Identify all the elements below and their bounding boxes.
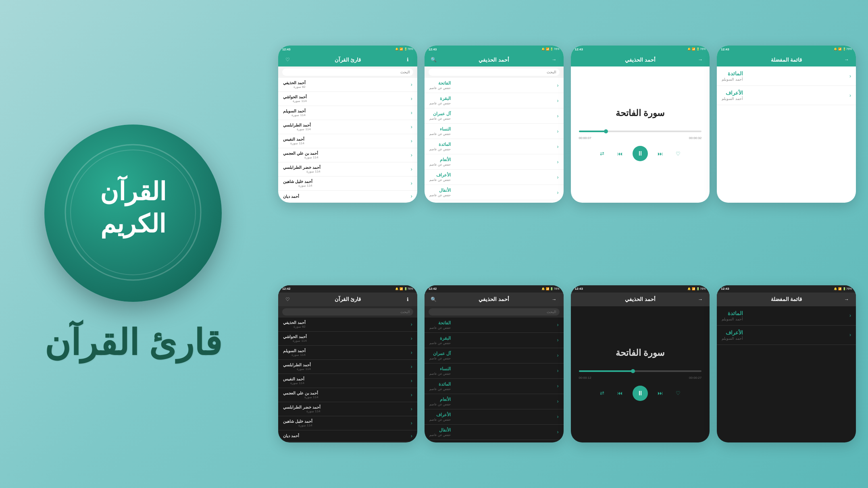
app-logo: القرآن الكريم [44,125,222,302]
list-item[interactable]: ‹ أحمد ديان [278,430,417,442]
next-button[interactable]: ⏭ [655,148,666,159]
forward-icon[interactable]: → [697,296,704,303]
surah-item[interactable]: ‹ النساء حفص عن عاصم [425,363,564,379]
search-input-5[interactable] [282,308,413,316]
player-controls-dark: ⇄ ⏮ ⏸ ⏭ ♡ [579,386,702,401]
heart-icon[interactable]: ♡ [284,296,291,303]
fav-item[interactable]: ‹ الأعراف أحمد السويلم [717,326,856,345]
search-input-2[interactable] [429,69,560,76]
surah-item[interactable]: ‹ آل عمران حفص عن عاصم [425,348,564,363]
forward-icon[interactable]: → [551,296,558,303]
heart-button[interactable]: ♡ [673,148,683,159]
list-item[interactable]: ‹ أحمد السويلم 114 سورة [278,106,417,120]
shuffle-button[interactable]: ⇄ [597,148,608,159]
list-item[interactable]: ‹ أحمد النفيس 114 سورة [278,374,417,388]
heart-button[interactable]: ♡ [673,388,683,399]
prev-button[interactable]: ⏮ [615,388,625,399]
status-bar-6: 12:42 🔔 📶 🔋76% [425,285,564,293]
shuffle-button[interactable]: ⇄ [597,388,608,399]
chevron-icon: ‹ [557,174,559,180]
forward-icon[interactable]: → [843,296,850,303]
fav-item[interactable]: ‹ المائدة أحمد السويلم [717,306,856,326]
chevron-icon: ‹ [557,414,559,419]
pause-button[interactable]: ⏸ [633,386,648,401]
favorites-list-light: ‹ المائدة أحمد السويلم ‹ الأعراف أحمد ال… [717,66,856,203]
list-item[interactable]: ‹ أحمد خضر الطرابلسي 114 سورة [278,162,417,177]
surah-item[interactable]: ‹ التوبة [425,200,564,203]
status-bar-2: 12:43 🔔 📶 🔋76% [425,46,564,53]
surah-item[interactable]: ‹ الأنفال حفص عن عاصم [425,425,564,440]
forward-icon[interactable]: → [551,56,558,63]
chevron-icon: ‹ [411,378,412,384]
status-bar-4: 12:43 🔔 📶 🔋76% [717,46,856,53]
list-item[interactable]: ‹ أحمد الحذيفي 82 سورة [278,318,417,332]
search-input-1[interactable] [282,69,413,76]
surah-item[interactable]: ‹ الأعراف حفص عن عاصم [425,170,564,185]
list-item[interactable]: ‹ أحمد الحواشي 114 سورة [278,92,417,106]
surah-item[interactable]: ‹ النساء حفص عن عاصم [425,124,564,139]
progress-fill [579,131,606,132]
surah-item[interactable]: ‹ الفاتحة حفص عن عاصم [425,78,564,93]
surah-item[interactable]: ‹ المائدة حفص عن عاصم [425,379,564,394]
forward-icon[interactable]: → [697,56,704,63]
svg-text:القرآن: القرآن [100,175,166,207]
prev-button[interactable]: ⏮ [615,148,625,159]
surah-item[interactable]: ‹ الفاتحة حفص عن عاصم [425,318,564,333]
surah-item[interactable]: ‹ البقرة حفص عن عاصم [425,93,564,108]
pause-button[interactable]: ⏸ [633,146,648,161]
surah-item[interactable]: ‹ الأعراف حفص عن عاصم [425,409,564,425]
chevron-icon: ‹ [411,82,412,87]
list-item[interactable]: ‹ أحمد الحذيفي 82 سورة [278,78,417,92]
info-icon[interactable]: ℹ [404,56,412,63]
next-button[interactable]: ⏭ [655,388,666,399]
progress-dot [631,369,635,373]
search-bar-6 [425,306,564,318]
surahs-list-dark: ‹ الفاتحة حفص عن عاصم ‹ البقرة حفص عن عا… [425,318,564,442]
left-section: القرآن الكريم قارئ القرآن [0,0,266,488]
list-item[interactable]: ‹ أحمد خضر الطرابلسي 114 سورة [278,402,417,416]
surah-item[interactable]: ‹ الأنعام حفص عن عاصم [425,154,564,170]
list-item[interactable]: ‹ أحمد خليل شاهين 114 سورة [278,177,417,191]
search-icon[interactable]: 🔍 [430,56,437,63]
list-item[interactable]: ‹ أحمد الطرابلسي 114 سورة [278,360,417,374]
surah-item[interactable]: ‹ التوبة [425,440,564,442]
forward-icon[interactable]: → [843,56,850,63]
chevron-icon: ‹ [557,322,559,328]
chevron-icon: ‹ [557,368,559,374]
fav-item[interactable]: ‹ المائدة أحمد السويلم [717,66,856,86]
info-icon[interactable]: ℹ [404,296,412,303]
surah-item[interactable]: ‹ آل عمران حفص عن عاصم [425,108,564,124]
status-bar-3: 12:43 🔔 📶 🔋76% [571,46,710,53]
chevron-icon: ‹ [411,350,412,355]
surah-item[interactable]: ‹ الأنعام حفص عن عاصم [425,394,564,409]
chevron-icon: ‹ [411,322,412,327]
phone-reciters-dark: 12:42 🔔 📶 🔋76% ℹ قارئ القرآن ♡ ‹ أحمد ال… [278,285,417,442]
surah-item[interactable]: ‹ المائدة حفص عن عاصم [425,139,564,154]
list-item[interactable]: ‹ أحمد الحواشي 114 سورة [278,332,417,346]
fav-item[interactable]: ‹ الأعراف أحمد السويلم [717,86,856,105]
search-icon[interactable]: 🔍 [430,296,437,303]
list-item[interactable]: ‹ أحمد خليل شاهين 114 سورة [278,416,417,430]
time-total: 00:00:32 [689,136,701,140]
player-controls-light: ⇄ ⏮ ⏸ ⏭ ♡ [579,146,702,161]
phone-reciters-light: 12:43 🔔 📶 🔋76% ℹ قارئ القرآن ♡ ‹ أحمد ال… [278,46,417,203]
list-item[interactable]: ‹ أحمد السويلم 114 سورة [278,346,417,360]
surahs-list-light: ‹ الفاتحة حفص عن عاصم ‹ البقرة حفص عن عا… [425,78,564,203]
progress-bar-light[interactable] [579,131,702,132]
status-bar-5: 12:42 🔔 📶 🔋76% [278,285,417,293]
chevron-icon: ‹ [411,152,412,158]
heart-icon[interactable]: ♡ [284,56,291,63]
surah-item[interactable]: ‹ الأنفال حفص عن عاصم [425,185,564,200]
chevron-icon: ‹ [411,392,412,398]
list-item[interactable]: ‹ أحمد النفيس 114 سورة [278,134,417,148]
search-input-6[interactable] [429,308,560,316]
list-item[interactable]: ‹ أحمد ديان [278,191,417,202]
list-item[interactable]: ‹ أحمد الطرابلسي 114 سورة [278,120,417,134]
progress-bar-dark[interactable] [579,370,702,372]
chevron-icon: ‹ [849,313,851,318]
list-item[interactable]: ‹ أحمد بن علي العجمي 114 سورة [278,388,417,402]
phones-grid: 12:43 🔔 📶 🔋76% ℹ قارئ القرآن ♡ ‹ أحمد ال… [266,0,868,488]
surah-item[interactable]: ‹ البقرة حفص عن عاصم [425,333,564,348]
list-item[interactable]: ‹ أحمد بن علي العجمي 114 سورة [278,148,417,162]
header-player-dark: → أحمد الحذيفي [571,293,710,306]
